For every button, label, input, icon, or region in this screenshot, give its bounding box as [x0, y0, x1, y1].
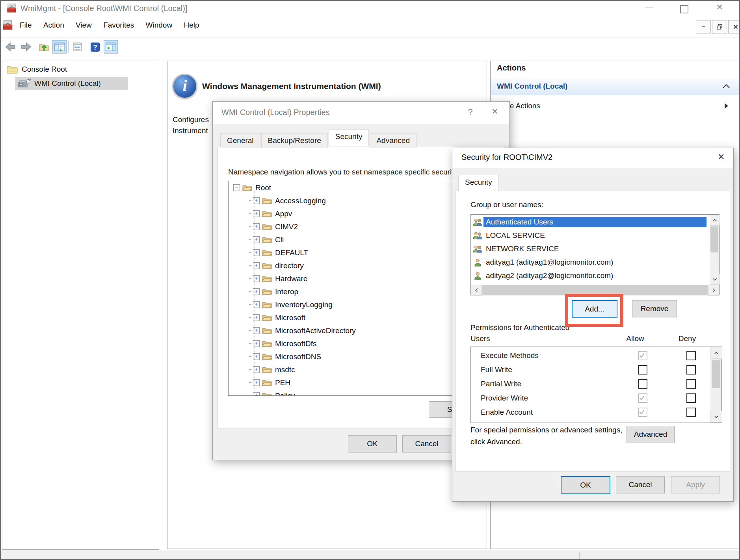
group-user-list-item[interactable]: adityag2 (adityag2@logicmonitor.com) [472, 269, 707, 282]
scroll-right-button[interactable] [708, 285, 719, 296]
permission-name: Full Write [481, 365, 512, 374]
scroll-thumb[interactable] [712, 360, 720, 388]
group-user-list-item[interactable]: NETWORK SERVICE [472, 242, 707, 256]
group-user-name: NETWORK SERVICE [483, 244, 561, 254]
expand-toggle-icon[interactable]: + [253, 301, 260, 308]
show-action-pane-button[interactable] [104, 40, 118, 54]
expand-toggle-icon[interactable]: + [253, 275, 260, 282]
child-restore-icon[interactable] [712, 20, 727, 33]
group-user-list-item[interactable]: LOCAL SERVICE [472, 229, 707, 242]
back-button[interactable] [3, 40, 17, 54]
more-actions-item[interactable]: More Actions [491, 97, 739, 115]
folder-icon [262, 223, 272, 230]
scroll-thumb[interactable] [710, 226, 718, 252]
expand-toggle-icon[interactable]: + [253, 366, 260, 373]
expand-toggle-icon[interactable]: + [253, 223, 260, 230]
user-list-hscrollbar[interactable] [471, 285, 719, 295]
expand-toggle-icon[interactable]: + [253, 288, 260, 295]
namespace-label: InventoryLogging [275, 300, 333, 309]
collapse-chevron-icon[interactable] [722, 83, 730, 89]
console-root-node[interactable]: Console Root [7, 65, 67, 74]
allow-checkbox[interactable] [638, 365, 647, 375]
tab-general[interactable]: General [220, 133, 260, 148]
expand-toggle-icon[interactable]: + [253, 236, 260, 243]
dialog-close-icon[interactable]: × [492, 106, 498, 118]
deny-checkbox[interactable] [686, 365, 696, 375]
menu-favorites[interactable]: Favorites [99, 19, 139, 31]
allow-checkbox[interactable] [638, 351, 647, 360]
tab-security[interactable]: Security [329, 129, 369, 146]
show-console-tree-button[interactable] [52, 40, 67, 54]
scroll-down-button[interactable] [710, 274, 720, 285]
expand-toggle-icon[interactable]: + [253, 327, 260, 334]
expand-toggle-icon[interactable]: + [253, 314, 260, 321]
forward-button[interactable] [19, 40, 33, 54]
apply-button[interactable]: Apply [671, 476, 720, 493]
deny-checkbox[interactable] [686, 393, 696, 403]
security-dialog-close-icon[interactable]: × [718, 150, 724, 163]
menu-view[interactable]: View [71, 19, 97, 31]
allow-checkbox[interactable] [638, 408, 647, 417]
menu-window[interactable]: Window [141, 19, 177, 31]
deny-checkbox[interactable] [686, 408, 696, 417]
add-button[interactable]: Add... [572, 300, 617, 318]
deny-checkbox[interactable] [686, 351, 696, 360]
expand-toggle-icon[interactable]: + [253, 392, 260, 396]
child-close-icon[interactable]: ✕ [728, 20, 740, 33]
menu-help[interactable]: Help [179, 19, 204, 31]
dialog-help-icon[interactable]: ? [468, 107, 473, 117]
user-list-vscrollbar[interactable] [710, 215, 719, 285]
scroll-up-button[interactable] [710, 347, 722, 359]
close-icon[interactable]: × [716, 3, 723, 11]
group-user-label: Group or user names: [470, 200, 543, 209]
group-user-list-item[interactable]: Authenticated Users [472, 215, 707, 229]
properties-ok-button[interactable]: OK [348, 435, 397, 452]
security-ok-button[interactable]: OK [561, 476, 610, 494]
checkmark-icon [639, 409, 645, 415]
group-user-list[interactable]: Authenticated UsersLOCAL SERVICENETWORK … [470, 214, 720, 295]
allow-checkbox[interactable] [638, 379, 647, 389]
scroll-left-button[interactable] [471, 285, 482, 296]
tab-backup-restore[interactable]: Backup/Restore [261, 133, 328, 148]
expand-toggle-icon[interactable]: − [233, 184, 240, 191]
up-one-level-button[interactable] [37, 40, 51, 54]
folder-icon [262, 327, 272, 334]
wmi-control-node[interactable]: WMI Control (Local) [15, 77, 128, 90]
expand-toggle-icon[interactable]: + [253, 340, 260, 347]
expand-toggle-icon[interactable]: + [253, 353, 260, 360]
remove-button[interactable]: Remove [632, 300, 677, 317]
scroll-up-button[interactable] [710, 215, 720, 226]
allow-checkbox[interactable] [638, 393, 647, 403]
maximize-icon[interactable] [680, 5, 688, 13]
namespace-label: CIMV2 [275, 223, 298, 231]
expand-toggle-icon[interactable]: + [253, 249, 260, 256]
namespace-label: Interop [275, 287, 298, 296]
advanced-note-line2: click Advanced. [470, 438, 522, 446]
actions-section-header[interactable]: WMI Control (Local) [491, 77, 739, 95]
permissions-heading-line2: Users [470, 334, 490, 343]
namespace-label: DEFAULT [275, 248, 308, 257]
child-minimize-icon[interactable]: – [696, 20, 711, 33]
advanced-button[interactable]: Advanced [627, 426, 675, 443]
chevron-down-icon [712, 278, 717, 281]
expand-toggle-icon[interactable]: + [253, 197, 260, 204]
tab-advanced[interactable]: Advanced [370, 133, 416, 148]
security-cancel-button[interactable]: Cancel [616, 476, 665, 493]
minimize-icon[interactable]: — [645, 3, 653, 12]
namespace-description: Namespace navigation allows you to set n… [228, 168, 459, 176]
status-bar [1, 550, 739, 560]
scroll-down-button[interactable] [710, 411, 722, 423]
help-button[interactable]: ? [88, 40, 102, 54]
permission-row: Provider Write [471, 391, 710, 405]
expand-toggle-icon[interactable]: + [253, 210, 260, 217]
menu-file[interactable]: File [15, 19, 37, 31]
permissions-vscrollbar[interactable] [710, 347, 721, 423]
expand-toggle-icon[interactable]: + [253, 379, 260, 386]
menu-action[interactable]: Action [39, 19, 69, 31]
expand-toggle-icon[interactable]: + [253, 262, 260, 269]
group-user-list-item[interactable]: adityag1 (adityag1@logicmonitor.com) [472, 256, 707, 269]
export-list-button[interactable] [70, 40, 84, 54]
properties-cancel-button[interactable]: Cancel [402, 435, 451, 452]
tab-security-dialog[interactable]: Security [458, 175, 499, 191]
deny-checkbox[interactable] [686, 379, 696, 389]
